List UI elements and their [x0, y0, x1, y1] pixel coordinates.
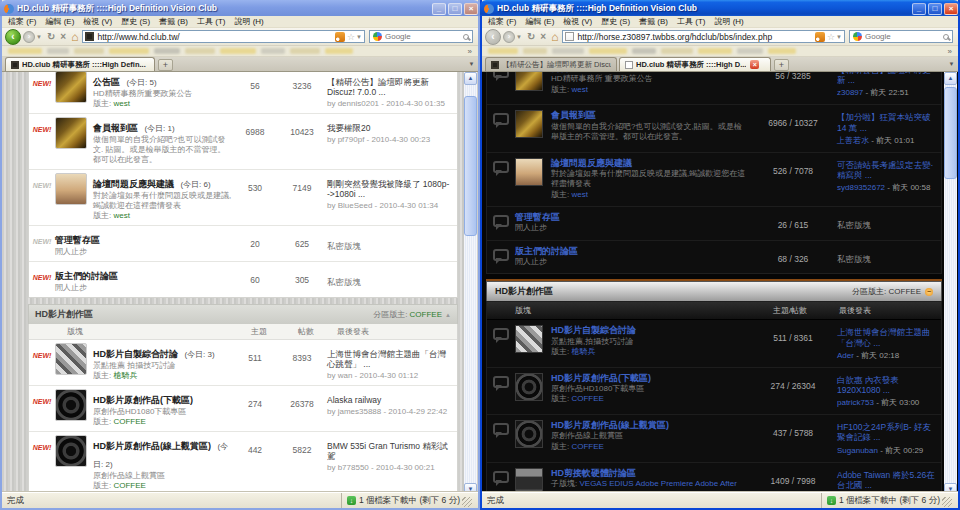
mod-link[interactable]: COFFEE — [571, 442, 603, 451]
menu-history[interactable]: 歷史 (S) — [121, 16, 150, 27]
search-icon[interactable] — [463, 34, 469, 40]
rss-icon[interactable] — [815, 32, 825, 42]
rss-icon[interactable] — [335, 32, 345, 42]
scrollbar[interactable]: ▲ ▼ — [944, 72, 957, 496]
last-post-link[interactable]: BMW 535i Gran Turismo 精彩試駕 — [327, 441, 451, 461]
forum-link[interactable]: 會員報到區 — [93, 123, 138, 133]
scroll-up-icon[interactable]: ▲ — [944, 72, 957, 85]
url-dropdown-icon[interactable]: ▼ — [356, 34, 362, 40]
section-header[interactable]: HD影片創作區 分區版主: COFFEE− — [486, 281, 942, 301]
menu-edit[interactable]: 編輯 (E) — [45, 16, 74, 27]
forum-link[interactable]: 版主們的討論區 — [515, 246, 749, 257]
last-post-link[interactable]: 上海世博會台灣館主題曲「台灣心跳聲」 ... — [327, 349, 451, 369]
last-post-link[interactable]: HF100之24P系列B- 好友聚會記錄 ... — [837, 422, 937, 442]
title-bar[interactable]: HD.club 精研事務所 ::::High Definition Vision… — [0, 0, 480, 16]
resize-grip[interactable] — [462, 497, 472, 507]
forum-link[interactable]: 公告區 — [93, 77, 120, 87]
new-tab-button[interactable]: + — [774, 59, 789, 71]
bookmark-item[interactable] — [698, 48, 732, 54]
bookmark-star-icon[interactable]: ☆ — [347, 32, 355, 42]
mod-link[interactable]: west — [571, 85, 587, 94]
forum-link[interactable]: HD影片原創作品(下載區) — [551, 373, 749, 384]
search-box[interactable] — [369, 30, 473, 43]
back-button[interactable]: ‹ — [5, 29, 21, 45]
forum-link[interactable]: 版主們的討論區 — [55, 271, 118, 281]
menu-tools[interactable]: 工具 (T) — [677, 16, 705, 27]
bookmarks-toolbar[interactable]: » — [482, 46, 958, 57]
forum-link[interactable]: HD影片原創作品(線上觀賞區) — [551, 420, 749, 431]
url-bar[interactable]: ☆ ▼ — [562, 30, 845, 43]
last-post-link[interactable]: 上海世博會台灣館主題曲「台灣心 ... — [837, 327, 937, 347]
search-input[interactable] — [385, 32, 461, 41]
close-button[interactable]: × — [944, 3, 958, 15]
download-status[interactable]: ↓ 1 個檔案下載中 (剩下 6 分) — [821, 493, 958, 508]
forum-link[interactable]: HD影片自製綜合討論 — [93, 349, 178, 359]
menu-bookmarks[interactable]: 書籤 (B) — [639, 16, 668, 27]
mod-link[interactable]: west — [113, 99, 129, 108]
menu-edit[interactable]: 編輯 (E) — [525, 16, 554, 27]
bookmarks-overflow-icon[interactable]: » — [948, 47, 952, 56]
bookmark-item[interactable] — [261, 48, 285, 54]
last-post-user[interactable]: 上善若水 — [837, 136, 869, 145]
forum-link[interactable]: HD剪接軟硬體討論區 — [551, 468, 749, 479]
last-post-link[interactable]: Alaska railway — [327, 395, 451, 405]
mod-link[interactable]: west — [113, 211, 129, 220]
collapse-icon[interactable]: ▲ — [445, 312, 451, 318]
search-icon[interactable] — [943, 34, 949, 40]
bookmark-item[interactable] — [661, 48, 693, 54]
url-bar[interactable]: ☆ ▼ — [82, 30, 365, 43]
maximize-button[interactable]: □ — [448, 3, 462, 15]
bookmark-item[interactable] — [290, 48, 320, 54]
download-status[interactable]: ↓ 1 個檔案下載中 (剩下 6 分) — [341, 493, 478, 508]
menu-view[interactable]: 檢視 (V) — [83, 16, 112, 27]
history-dropdown-icon[interactable]: ▼ — [516, 34, 522, 40]
mod-link[interactable]: COFFEE — [113, 417, 145, 426]
scrollbar-thumb[interactable] — [464, 96, 477, 236]
mod-link[interactable]: west — [571, 190, 587, 199]
last-post-user[interactable]: syd89352672 — [837, 183, 885, 192]
bookmark-item[interactable] — [325, 48, 353, 54]
menu-tools[interactable]: 工具 (T) — [197, 16, 225, 27]
mod-link[interactable]: 槍騎兵 — [571, 347, 595, 356]
menu-file[interactable]: 檔案 (F) — [488, 16, 516, 27]
menu-file[interactable]: 檔案 (F) — [8, 16, 36, 27]
bookmark-star-icon[interactable]: ☆ — [827, 32, 835, 42]
forum-link[interactable]: HD影片原創作品(下載區) — [93, 395, 193, 405]
forum-link[interactable]: 管理暫存區 — [515, 212, 749, 223]
url-input[interactable] — [97, 32, 333, 42]
history-dropdown-icon[interactable]: ▼ — [36, 34, 42, 40]
last-post-user[interactable]: Suganuban — [837, 446, 878, 455]
tab-close-icon[interactable]: × — [750, 60, 759, 69]
forum-link[interactable]: 管理暫存區 — [55, 235, 100, 245]
bookmark-item[interactable] — [220, 48, 256, 54]
bookmark-item[interactable] — [523, 48, 547, 54]
bookmark-item[interactable] — [552, 48, 584, 54]
last-post-link[interactable]: 【加分啦】狂賀本站突破 14 萬 ... — [837, 112, 937, 132]
reload-icon[interactable]: ↻ — [47, 31, 55, 42]
forum-link[interactable]: 論壇問題反應與建議 — [551, 158, 749, 169]
bookmark-item[interactable] — [737, 48, 763, 54]
bookmark-item[interactable] — [632, 48, 656, 54]
list-all-tabs-icon[interactable]: ▼ — [465, 61, 478, 67]
tab-hdclub[interactable]: HD.club 精研事務所 ::::High D... × — [619, 57, 771, 71]
new-tab-button[interactable]: + — [158, 59, 173, 71]
section-header[interactable]: HD影片創作區 分區版主: COFFEE▲ — [28, 304, 458, 324]
resize-grip[interactable] — [942, 497, 952, 507]
forward-button[interactable]: › — [23, 31, 35, 43]
forum-link[interactable]: HD影片自製綜合討論 — [551, 325, 749, 336]
home-icon[interactable]: ⌂ — [551, 30, 558, 44]
bookmark-item[interactable] — [185, 48, 215, 54]
last-post-link[interactable]: Adobe Taiwan 將於5.26在台北國 ... — [837, 470, 937, 490]
list-all-tabs-icon[interactable]: ▼ — [945, 61, 958, 67]
last-post-link[interactable]: 我要權限20 — [327, 123, 451, 133]
forum-link[interactable]: 會員報到區 — [551, 110, 749, 121]
home-icon[interactable]: ⌂ — [71, 30, 78, 44]
last-post-link[interactable]: 可否請站長考慮設定去變·精寫與 ... — [837, 160, 937, 180]
url-dropdown-icon[interactable]: ▼ — [836, 34, 842, 40]
stop-icon[interactable]: × — [60, 31, 66, 42]
mod-link[interactable]: 槍騎兵 — [113, 371, 137, 380]
bookmarks-overflow-icon[interactable]: » — [468, 47, 472, 56]
maximize-button[interactable]: □ — [928, 3, 942, 15]
bookmark-item[interactable] — [47, 48, 69, 54]
close-button[interactable]: × — [464, 3, 478, 15]
